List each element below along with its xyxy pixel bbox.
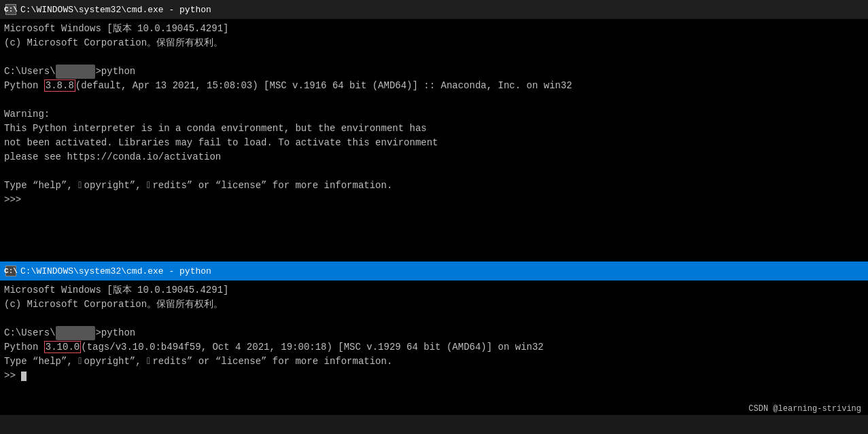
ver-highlight-2: 3.10.0 [44, 341, 81, 353]
ver-pre-2: Python [4, 342, 44, 352]
line-warning-3: not been activated. Libraries may fail t… [4, 136, 864, 150]
line-version-1: Python 3.8.8(default, Apr 13 2021, 15:08… [4, 79, 864, 93]
line-warning-4: please see https://conda.io/activation [4, 150, 864, 164]
terminal-title-1: C:\WINDOWS\system32\cmd.exe - python [20, 5, 211, 15]
terminal-body-1: Microsoft Windows [版本 10.0.19045.4291] (… [0, 19, 868, 261]
line-warning-1: Warning: [4, 107, 864, 122]
line-blank-2 [4, 93, 864, 107]
line-type-help-2: Type “help”, 𠇌opyright”, 𠇌redits” or “li… [4, 355, 864, 369]
prompt-user-1 [56, 65, 96, 79]
ver-pre-1: Python [4, 80, 44, 91]
terminal-titlebar-1: C:\ C:\WINDOWS\system32\cmd.exe - python [0, 0, 868, 19]
line-blank-1 [4, 50, 864, 65]
line-b1: Microsoft Windows [版本 10.0.19045.4291] [4, 283, 864, 297]
ver-highlight-1: 3.8.8 [44, 79, 75, 92]
terminal-title-2: C:\WINDOWS\system32\cmd.exe - python [20, 266, 211, 276]
terminal-window-2: C:\ C:\WINDOWS\system32\cmd.exe - python… [0, 261, 868, 415]
terminal-body-2: Microsoft Windows [版本 10.0.19045.4291] (… [0, 281, 868, 415]
ver-post-2: (tags/v3.10.0:b494f59, Oct 4 2021, 19:00… [81, 342, 544, 352]
line-repl-prompt-1: >>> [4, 193, 864, 207]
line-2: (c) Microsoft Corporation。保留所有权利。 [4, 36, 864, 50]
prompt-suffix-b1: >python [95, 327, 135, 338]
footer-text: CSDN @learning-striving [748, 404, 861, 414]
terminal-titlebar-2: C:\ C:\WINDOWS\system32\cmd.exe - python [0, 261, 868, 281]
prompt-suffix-1: >python [95, 66, 135, 77]
footer-bar: CSDN @learning-striving [742, 403, 868, 415]
line-type-help-1: Type “help”, 𠇌opyright”, 𠇌redits” or “li… [4, 179, 864, 193]
line-b2: (c) Microsoft Corporation。保留所有权利。 [4, 297, 864, 312]
ver-post-1: (default, Apr 13 2021, 15:08:03) [MSC v.… [75, 80, 572, 91]
cmd-icon-2: C:\ [5, 266, 16, 276]
line-prompt-b1: C:\Users\ >python [4, 326, 864, 340]
prompt-prefix-1: C:\Users\ [4, 66, 56, 77]
terminal-window-1: C:\ C:\WINDOWS\system32\cmd.exe - python… [0, 0, 868, 261]
line-version-2: Python 3.10.0(tags/v3.10.0:b494f59, Oct … [4, 340, 864, 355]
line-repl-prompt-2: >> [4, 369, 864, 383]
line-prompt-1: C:\Users\ >python [4, 65, 864, 79]
cursor [21, 372, 27, 381]
cmd-icon-1: C:\ [5, 4, 16, 15]
line-warning-2: This Python interpreter is in a conda en… [4, 122, 864, 136]
prompt-user-b1 [56, 326, 96, 340]
line-blank-b1 [4, 312, 864, 326]
prompt-prefix-b1: C:\Users\ [4, 327, 56, 338]
line-blank-3 [4, 164, 864, 179]
line-1: Microsoft Windows [版本 10.0.19045.4291] [4, 22, 864, 36]
